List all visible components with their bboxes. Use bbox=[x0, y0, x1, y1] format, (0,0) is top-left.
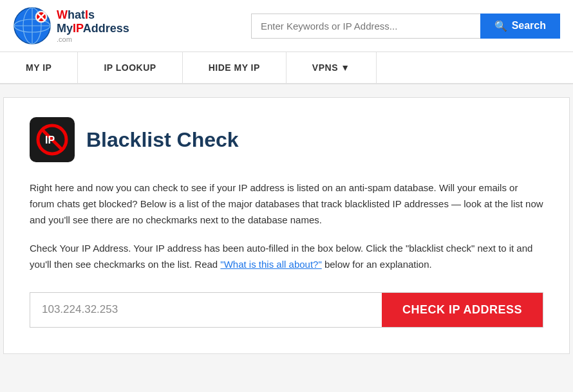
main-nav: MY IP IP LOOKUP HIDE MY IP VPNS ▼ bbox=[0, 52, 573, 84]
check-ip-button[interactable]: CHECK IP ADDRESS bbox=[382, 293, 543, 327]
search-icon: 🔍 bbox=[494, 20, 507, 32]
ip-check-row: CHECK IP ADDRESS bbox=[30, 292, 543, 328]
logo[interactable]: WhatIs MyIPAddress .com bbox=[13, 6, 129, 45]
main-content: IP Blacklist Check Right here and now yo… bbox=[3, 97, 570, 354]
page-title: Blacklist Check bbox=[86, 128, 239, 152]
nav-item-ip-lookup[interactable]: IP LOOKUP bbox=[78, 52, 182, 83]
search-button[interactable]: 🔍 Search bbox=[480, 14, 560, 39]
nav-item-my-ip[interactable]: MY IP bbox=[0, 52, 78, 83]
logo-text: WhatIs MyIPAddress .com bbox=[57, 8, 129, 43]
page-title-row: IP Blacklist Check bbox=[30, 117, 543, 162]
globe-icon bbox=[13, 6, 52, 45]
header: WhatIs MyIPAddress .com 🔍 Search bbox=[0, 0, 573, 52]
nav-item-vpns[interactable]: VPNS ▼ bbox=[286, 52, 377, 83]
svg-text:IP: IP bbox=[45, 135, 55, 145]
nav-item-hide-my-ip[interactable]: HIDE MY IP bbox=[183, 52, 286, 83]
description-paragraph-2: Check Your IP Address. Your IP address h… bbox=[30, 241, 543, 273]
search-form: 🔍 Search bbox=[251, 14, 560, 39]
ip-input[interactable] bbox=[30, 293, 382, 327]
blacklist-icon: IP bbox=[30, 117, 75, 162]
search-input[interactable] bbox=[251, 14, 480, 39]
what-is-link[interactable]: "What is this all about?" bbox=[220, 259, 321, 270]
description-paragraph-1: Right here and now you can check to see … bbox=[30, 180, 543, 228]
